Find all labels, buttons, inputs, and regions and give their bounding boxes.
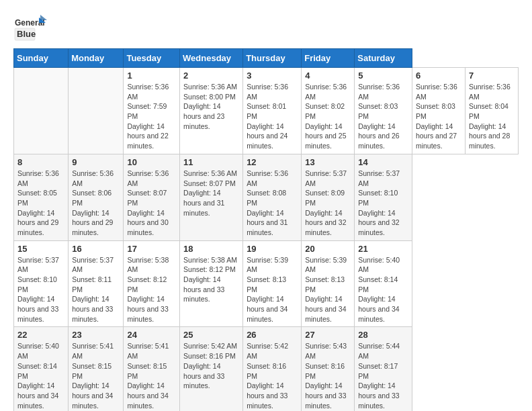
day-info: Sunrise: 5:42 AMSunset: 8:16 PMDaylight:… bbox=[183, 341, 239, 390]
weekday-header-saturday: Saturday bbox=[355, 49, 412, 68]
calendar-cell: 21Sunrise: 5:40 AMSunset: 8:14 PMDayligh… bbox=[355, 240, 412, 327]
day-info: Sunrise: 5:36 AMSunset: 8:03 PMDaylight:… bbox=[416, 82, 461, 151]
day-number: 4 bbox=[305, 71, 351, 81]
day-number: 9 bbox=[72, 157, 120, 167]
day-info: Sunrise: 5:36 AMSunset: 8:00 PMDaylight:… bbox=[183, 82, 239, 131]
calendar-cell: 17Sunrise: 5:38 AMSunset: 8:12 PMDayligh… bbox=[124, 240, 180, 327]
calendar-cell: 28Sunrise: 5:44 AMSunset: 8:17 PMDayligh… bbox=[355, 327, 412, 411]
day-number: 3 bbox=[247, 71, 298, 81]
calendar-cell: 10Sunrise: 5:36 AMSunset: 8:07 PMDayligh… bbox=[124, 154, 180, 240]
calendar-cell: 20Sunrise: 5:39 AMSunset: 8:13 PMDayligh… bbox=[302, 240, 355, 327]
calendar-cell bbox=[14, 68, 69, 154]
day-number: 7 bbox=[469, 71, 515, 81]
page-header: Blue General bbox=[13, 13, 519, 42]
day-number: 1 bbox=[127, 71, 176, 81]
calendar-week-4: 22Sunrise: 5:40 AMSunset: 8:14 PMDayligh… bbox=[14, 327, 519, 411]
calendar-cell: 24Sunrise: 5:41 AMSunset: 8:15 PMDayligh… bbox=[124, 327, 180, 411]
calendar-body: 1Sunrise: 5:36 AMSunset: 7:59 PMDaylight… bbox=[14, 68, 519, 412]
day-info: Sunrise: 5:41 AMSunset: 8:15 PMDaylight:… bbox=[127, 341, 176, 410]
day-info: Sunrise: 5:36 AMSunset: 8:02 PMDaylight:… bbox=[305, 82, 351, 151]
calendar-week-1: 1Sunrise: 5:36 AMSunset: 7:59 PMDaylight… bbox=[14, 68, 519, 154]
weekday-header-wednesday: Wednesday bbox=[180, 49, 243, 68]
day-number: 24 bbox=[127, 330, 176, 340]
day-number: 20 bbox=[305, 244, 351, 254]
calendar-cell: 7Sunrise: 5:36 AMSunset: 8:04 PMDaylight… bbox=[465, 68, 518, 154]
day-info: Sunrise: 5:43 AMSunset: 8:16 PMDaylight:… bbox=[305, 341, 351, 410]
day-info: Sunrise: 5:38 AMSunset: 8:12 PMDaylight:… bbox=[183, 255, 239, 304]
day-number: 10 bbox=[127, 157, 176, 167]
day-number: 11 bbox=[183, 157, 239, 167]
calendar-cell: 1Sunrise: 5:36 AMSunset: 7:59 PMDaylight… bbox=[124, 68, 180, 154]
day-info: Sunrise: 5:36 AMSunset: 8:05 PMDaylight:… bbox=[17, 169, 64, 238]
day-number: 12 bbox=[247, 157, 298, 167]
day-number: 5 bbox=[358, 71, 408, 81]
day-info: Sunrise: 5:37 AMSunset: 8:09 PMDaylight:… bbox=[305, 169, 351, 238]
day-info: Sunrise: 5:39 AMSunset: 8:13 PMDaylight:… bbox=[247, 255, 298, 324]
calendar-cell: 13Sunrise: 5:37 AMSunset: 8:09 PMDayligh… bbox=[302, 154, 355, 240]
weekday-header-thursday: Thursday bbox=[243, 49, 302, 68]
day-number: 8 bbox=[17, 157, 64, 167]
day-number: 14 bbox=[358, 157, 408, 167]
day-info: Sunrise: 5:37 AMSunset: 8:11 PMDaylight:… bbox=[72, 255, 120, 324]
calendar-cell: 4Sunrise: 5:36 AMSunset: 8:02 PMDaylight… bbox=[302, 68, 355, 154]
calendar-header-row: SundayMondayTuesdayWednesdayThursdayFrid… bbox=[14, 49, 519, 68]
day-number: 19 bbox=[247, 244, 298, 254]
day-info: Sunrise: 5:42 AMSunset: 8:16 PMDaylight:… bbox=[247, 341, 298, 410]
day-number: 23 bbox=[72, 330, 120, 340]
calendar-cell: 14Sunrise: 5:37 AMSunset: 8:10 PMDayligh… bbox=[355, 154, 412, 240]
day-info: Sunrise: 5:40 AMSunset: 8:14 PMDaylight:… bbox=[17, 341, 64, 410]
day-number: 18 bbox=[183, 244, 239, 254]
calendar-cell: 22Sunrise: 5:40 AMSunset: 8:14 PMDayligh… bbox=[14, 327, 69, 411]
day-info: Sunrise: 5:36 AMSunset: 8:07 PMDaylight:… bbox=[183, 169, 239, 218]
day-info: Sunrise: 5:39 AMSunset: 8:13 PMDaylight:… bbox=[305, 255, 351, 324]
day-number: 15 bbox=[17, 244, 64, 254]
day-info: Sunrise: 5:41 AMSunset: 8:15 PMDaylight:… bbox=[72, 341, 120, 410]
day-number: 26 bbox=[247, 330, 298, 340]
day-number: 6 bbox=[416, 71, 461, 81]
day-info: Sunrise: 5:37 AMSunset: 8:10 PMDaylight:… bbox=[17, 255, 64, 324]
calendar-cell: 19Sunrise: 5:39 AMSunset: 8:13 PMDayligh… bbox=[243, 240, 302, 327]
logo-container: Blue General bbox=[13, 13, 47, 42]
day-number: 21 bbox=[358, 244, 408, 254]
calendar-cell bbox=[69, 68, 124, 154]
weekday-header-tuesday: Tuesday bbox=[124, 49, 180, 68]
calendar-cell: 16Sunrise: 5:37 AMSunset: 8:11 PMDayligh… bbox=[69, 240, 124, 327]
calendar-cell: 8Sunrise: 5:36 AMSunset: 8:05 PMDaylight… bbox=[14, 154, 69, 240]
calendar-cell: 26Sunrise: 5:42 AMSunset: 8:16 PMDayligh… bbox=[243, 327, 302, 411]
calendar-cell: 6Sunrise: 5:36 AMSunset: 8:03 PMDaylight… bbox=[412, 68, 465, 154]
calendar-cell: 23Sunrise: 5:41 AMSunset: 8:15 PMDayligh… bbox=[69, 327, 124, 411]
calendar-cell: 27Sunrise: 5:43 AMSunset: 8:16 PMDayligh… bbox=[302, 327, 355, 411]
weekday-header-friday: Friday bbox=[302, 49, 355, 68]
day-number: 27 bbox=[305, 330, 351, 340]
day-number: 16 bbox=[72, 244, 120, 254]
day-info: Sunrise: 5:36 AMSunset: 8:04 PMDaylight:… bbox=[469, 82, 515, 151]
day-info: Sunrise: 5:36 AMSunset: 8:06 PMDaylight:… bbox=[72, 169, 120, 238]
calendar-table: SundayMondayTuesdayWednesdayThursdayFrid… bbox=[13, 48, 519, 411]
day-number: 22 bbox=[17, 330, 64, 340]
calendar-cell: 25Sunrise: 5:42 AMSunset: 8:16 PMDayligh… bbox=[180, 327, 243, 411]
day-info: Sunrise: 5:38 AMSunset: 8:12 PMDaylight:… bbox=[127, 255, 176, 324]
svg-text:Blue: Blue bbox=[17, 29, 36, 39]
calendar-cell: 9Sunrise: 5:36 AMSunset: 8:06 PMDaylight… bbox=[69, 154, 124, 240]
day-info: Sunrise: 5:36 AMSunset: 8:01 PMDaylight:… bbox=[247, 82, 298, 151]
day-info: Sunrise: 5:44 AMSunset: 8:17 PMDaylight:… bbox=[358, 341, 408, 410]
weekday-header-monday: Monday bbox=[69, 49, 124, 68]
day-info: Sunrise: 5:36 AMSunset: 8:07 PMDaylight:… bbox=[127, 169, 176, 238]
calendar-cell: 2Sunrise: 5:36 AMSunset: 8:00 PMDaylight… bbox=[180, 68, 243, 154]
calendar-week-2: 8Sunrise: 5:36 AMSunset: 8:05 PMDaylight… bbox=[14, 154, 519, 240]
calendar-cell: 15Sunrise: 5:37 AMSunset: 8:10 PMDayligh… bbox=[14, 240, 69, 327]
day-number: 13 bbox=[305, 157, 351, 167]
calendar-cell: 18Sunrise: 5:38 AMSunset: 8:12 PMDayligh… bbox=[180, 240, 243, 327]
calendar-cell: 3Sunrise: 5:36 AMSunset: 8:01 PMDaylight… bbox=[243, 68, 302, 154]
calendar-week-3: 15Sunrise: 5:37 AMSunset: 8:10 PMDayligh… bbox=[14, 240, 519, 327]
calendar-cell: 12Sunrise: 5:36 AMSunset: 8:08 PMDayligh… bbox=[243, 154, 302, 240]
day-number: 2 bbox=[183, 71, 239, 81]
day-info: Sunrise: 5:36 AMSunset: 8:03 PMDaylight:… bbox=[358, 82, 408, 151]
day-number: 28 bbox=[358, 330, 408, 340]
logo-icon: Blue General bbox=[13, 13, 47, 42]
weekday-header-sunday: Sunday bbox=[14, 49, 69, 68]
calendar-cell: 11Sunrise: 5:36 AMSunset: 8:07 PMDayligh… bbox=[180, 154, 243, 240]
logo: Blue General bbox=[13, 13, 47, 42]
day-number: 25 bbox=[183, 330, 239, 340]
svg-marker-4 bbox=[40, 15, 47, 20]
